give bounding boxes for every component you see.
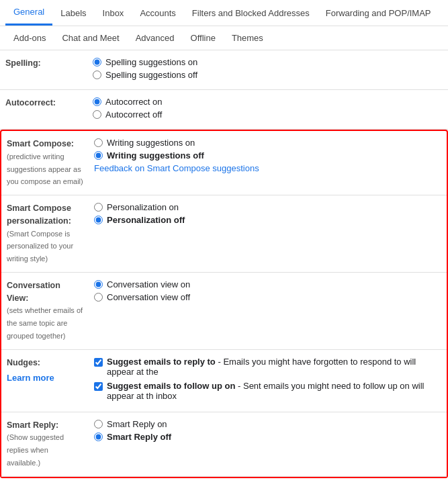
personalization-off-radio[interactable] (94, 216, 103, 224)
highlighted-settings-table: Smart Compose: (predictive writing sugge… (1, 131, 447, 477)
smart-compose-on-radio[interactable] (94, 138, 103, 147)
autocorrect-options: Autocorrect on Autocorrect off (87, 90, 448, 130)
smart-reply-row: Smart Reply: (Show suggested replies whe… (1, 412, 447, 476)
autocorrect-off-label: Autocorrect off (105, 109, 162, 120)
highlighted-section: Smart Compose: (predictive writing sugge… (0, 130, 448, 478)
spelling-off-radio[interactable] (93, 71, 101, 79)
personalization-off-row: Personalization off (94, 215, 441, 225)
smart-compose-off-label: Writing suggestions off (107, 150, 204, 161)
tabs-row2: Add-ons Chat and Meet Advanced Offline T… (0, 26, 448, 50)
conversation-on-radio[interactable] (94, 280, 103, 289)
conversation-on-row: Conversation view on (94, 279, 441, 289)
nudges-reply-label: Suggest emails to reply to - Emails you … (107, 357, 441, 377)
smart-reply-label: Smart Reply: (Show suggested replies whe… (1, 412, 89, 476)
smart-compose-options: Writing suggestions on Writing suggestio… (89, 131, 447, 195)
tab-forwarding[interactable]: Forwarding and POP/IMAP (318, 1, 439, 25)
personalization-on-label: Personalization on (107, 202, 179, 212)
tab-addons[interactable]: Add-ons (5, 26, 54, 50)
conversation-view-options: Conversation view on Conversation view o… (89, 272, 447, 349)
nudges-row: Nudges: Learn more Suggest emails to rep… (1, 349, 447, 412)
smart-compose-on-label: Writing suggestions on (107, 138, 195, 148)
spelling-off-row: Spelling suggestions off (93, 70, 443, 80)
autocorrect-row: Autocorrect: Autocorrect on Autocorrect … (0, 90, 448, 130)
smart-reply-on-radio[interactable] (94, 420, 103, 428)
spelling-options: Spelling suggestions on Spelling suggest… (87, 50, 448, 90)
smart-reply-sublabel: (Show suggested replies when available.) (7, 433, 64, 467)
spelling-on-label: Spelling suggestions on (105, 57, 197, 67)
smart-compose-sublabel: (predictive writing suggestions appear a… (7, 152, 83, 186)
personalization-on-radio[interactable] (94, 203, 103, 212)
tab-inbox[interactable]: Inbox (95, 1, 132, 25)
smart-reply-off-row: Smart Reply off (94, 432, 441, 442)
personalization-on-row: Personalization on (94, 202, 441, 212)
tabs-row1: General Labels Inbox Accounts Filters an… (0, 0, 448, 26)
personalization-off-label: Personalization off (107, 215, 185, 225)
smart-compose-personalization-options: Personalization on Personalization off (89, 195, 447, 273)
spelling-label: Spelling: (0, 50, 87, 90)
tab-labels[interactable]: Labels (52, 1, 94, 25)
smart-compose-label: Smart Compose: (predictive writing sugge… (1, 131, 89, 195)
spelling-on-row: Spelling suggestions on (93, 57, 443, 67)
conversation-view-label: Conversation View: (sets whether emails … (1, 272, 89, 349)
autocorrect-off-radio[interactable] (93, 110, 101, 119)
tab-accounts[interactable]: Accounts (132, 1, 183, 25)
nudges-followup-label: Suggest emails to follow up on - Sent em… (107, 381, 441, 401)
smart-reply-off-radio[interactable] (94, 433, 103, 441)
smart-compose-off-radio[interactable] (94, 151, 103, 160)
tab-advanced[interactable]: Advanced (128, 26, 183, 50)
autocorrect-on-row: Autocorrect on (93, 97, 443, 107)
autocorrect-on-radio[interactable] (93, 97, 101, 106)
conversation-view-sublabel: (sets whether emails of the same topic a… (7, 306, 83, 340)
spelling-off-label: Spelling suggestions off (105, 70, 197, 80)
nudges-reply-row: Suggest emails to reply to - Emails you … (94, 357, 441, 377)
tab-filters[interactable]: Filters and Blocked Addresses (184, 1, 318, 25)
smart-reply-options: Smart Reply on Smart Reply off (89, 412, 447, 476)
spelling-on-radio[interactable] (93, 58, 101, 66)
tab-general[interactable]: General (5, 0, 52, 26)
smart-compose-feedback-link[interactable]: Feedback on Smart Compose suggestions (94, 163, 259, 173)
tab-offline[interactable]: Offline (183, 26, 224, 50)
smart-compose-on-row: Writing suggestions on (94, 138, 441, 148)
smart-compose-personalization-row: Smart Compose personalization: (Smart Co… (1, 195, 447, 273)
conversation-off-row: Conversation view off (94, 292, 441, 302)
tab-themes[interactable]: Themes (224, 26, 271, 50)
nudges-learn-more-link[interactable]: Learn more (7, 371, 83, 385)
conversation-view-row: Conversation View: (sets whether emails … (1, 272, 447, 349)
autocorrect-off-row: Autocorrect off (93, 109, 443, 120)
tab-chat-meet[interactable]: Chat and Meet (54, 26, 127, 50)
smart-reply-on-label: Smart Reply on (107, 419, 167, 429)
spelling-row: Spelling: Spelling suggestions on Spelli… (0, 50, 448, 90)
settings-table: Spelling: Spelling suggestions on Spelli… (0, 50, 448, 130)
conversation-on-label: Conversation view on (107, 279, 190, 289)
smart-compose-personalization-sublabel: (Smart Compose is personalized to your w… (7, 230, 73, 263)
smart-compose-row: Smart Compose: (predictive writing sugge… (1, 131, 447, 195)
nudges-followup-checkbox[interactable] (94, 382, 103, 391)
smart-reply-on-row: Smart Reply on (94, 419, 441, 429)
nudges-options: Suggest emails to reply to - Emails you … (89, 349, 447, 412)
nudges-reply-checkbox[interactable] (94, 358, 103, 367)
nudges-label: Nudges: Learn more (1, 349, 89, 412)
autocorrect-on-label: Autocorrect on (105, 97, 163, 107)
smart-compose-off-row: Writing suggestions off (94, 150, 441, 161)
smart-compose-personalization-label: Smart Compose personalization: (Smart Co… (1, 195, 89, 273)
conversation-off-radio[interactable] (94, 293, 103, 302)
nudges-followup-row: Suggest emails to follow up on - Sent em… (94, 381, 441, 401)
conversation-off-label: Conversation view off (107, 292, 190, 302)
smart-reply-off-label: Smart Reply off (107, 432, 171, 442)
autocorrect-label: Autocorrect: (0, 90, 87, 130)
